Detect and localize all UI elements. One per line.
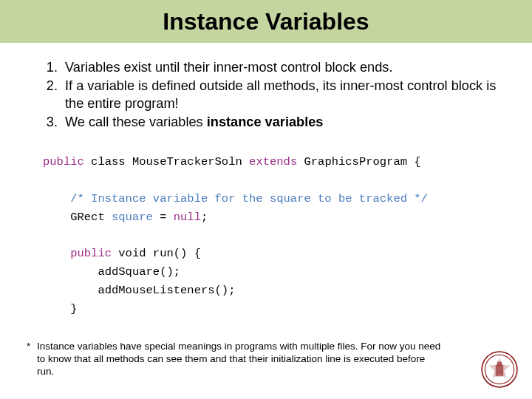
slide-title: Instance Variables — [163, 8, 369, 35]
code-keyword: null — [174, 211, 201, 224]
footnote-text: Instance variables have special meanings… — [37, 341, 443, 378]
list-text: Variables exist until their inner-most c… — [65, 59, 499, 76]
code-text: run() { — [153, 247, 201, 260]
list-item: 1. Variables exist until their inner-mos… — [46, 59, 499, 76]
svg-rect-2 — [496, 365, 503, 377]
code-ident: square — [112, 211, 153, 224]
list-number: 3. — [46, 114, 65, 131]
code-text: = — [153, 211, 174, 224]
list-text: We call these variables instance variabl… — [65, 114, 499, 131]
list-number: 1. — [46, 59, 65, 76]
code-comment: /* Instance variable for the square to b… — [43, 192, 428, 205]
title-bar: Instance Variables — [0, 0, 532, 43]
code-text: addMouseListeners(); — [43, 284, 235, 297]
code-text: GraphicsProgram { — [297, 155, 420, 168]
code-block: public class MouseTrackerSoln extends Gr… — [0, 140, 532, 318]
code-text: ; — [201, 211, 208, 224]
code-text: void — [112, 247, 153, 260]
list-item: 2. If a variable is defined outside all … — [46, 78, 499, 112]
list-text: If a variable is defined outside all met… — [65, 78, 499, 112]
list-number: 2. — [46, 78, 65, 112]
code-text: MouseTrackerSoln — [132, 155, 249, 168]
code-text: } — [43, 302, 78, 316]
stanford-logo-icon — [480, 350, 519, 389]
code-text: class — [84, 155, 132, 168]
code-keyword: extends — [249, 155, 297, 168]
list-item: 3. We call these variables instance vari… — [46, 114, 499, 131]
code-keyword: public — [43, 247, 112, 260]
footnote: * Instance variables have special meanin… — [27, 341, 443, 378]
svg-rect-3 — [497, 362, 502, 366]
numbered-list: 1. Variables exist until their inner-mos… — [0, 43, 532, 140]
code-text: addSquare(); — [43, 265, 180, 279]
code-keyword: public — [43, 155, 84, 168]
code-text: GRect — [43, 211, 112, 224]
footnote-star: * — [27, 341, 37, 378]
